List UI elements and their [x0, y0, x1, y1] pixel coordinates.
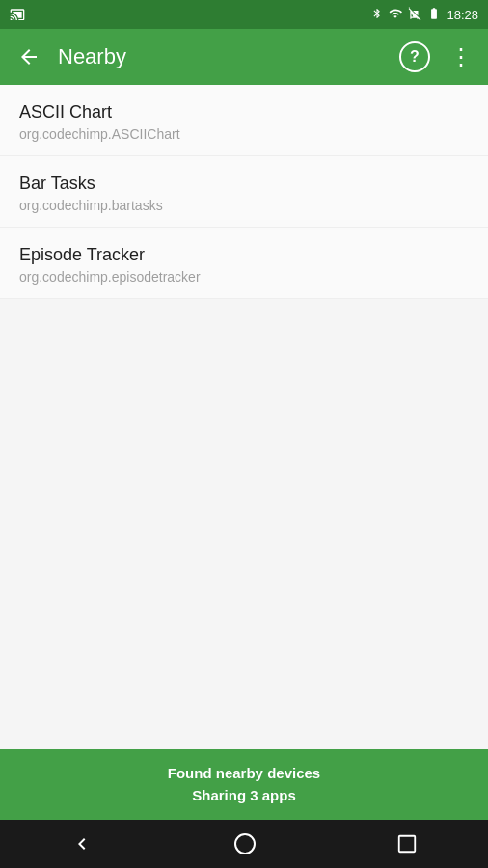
more-options-button[interactable]: ⋮	[442, 36, 478, 78]
app-name: Episode Tracker	[19, 245, 469, 265]
bottom-status-bar: Found nearby devices Sharing 3 apps	[0, 749, 488, 820]
more-icon: ⋮	[449, 43, 471, 70]
svg-point-0	[235, 834, 255, 854]
list-item[interactable]: ASCII Chart org.codechimp.ASCIIChart	[0, 85, 488, 156]
status-bar: 18:28	[0, 0, 488, 29]
list-item[interactable]: Episode Tracker org.codechimp.episodetra…	[0, 228, 488, 299]
app-bar-title: Nearby	[58, 44, 392, 69]
status-time: 18:28	[447, 8, 478, 22]
battery-icon	[426, 7, 442, 23]
help-icon-label: ?	[410, 48, 420, 66]
status-bar-left	[10, 7, 25, 23]
cast-icon	[10, 7, 25, 23]
svg-rect-1	[399, 836, 416, 853]
nav-recents-button[interactable]	[377, 826, 437, 862]
app-package: org.codechimp.episodetracker	[19, 269, 469, 285]
app-package: org.codechimp.ASCIIChart	[19, 126, 469, 142]
help-circle[interactable]: ?	[399, 41, 430, 72]
app-name: ASCII Chart	[19, 102, 469, 122]
nav-back-button[interactable]	[51, 825, 113, 863]
signal-icon	[408, 7, 421, 23]
list-item[interactable]: Bar Tasks org.codechimp.bartasks	[0, 156, 488, 228]
bottom-status-line2: Sharing 3 apps	[0, 785, 488, 807]
bottom-status-line1: Found nearby devices	[0, 763, 488, 785]
app-list: ASCII Chart org.codechimp.ASCIIChart Bar…	[0, 85, 488, 299]
wifi-icon	[388, 7, 403, 23]
nav-home-button[interactable]	[214, 825, 276, 863]
app-package: org.codechimp.bartasks	[19, 198, 469, 213]
help-button[interactable]: ?	[392, 34, 438, 80]
app-name: Bar Tasks	[19, 174, 469, 194]
bluetooth-icon	[371, 6, 383, 24]
back-button[interactable]	[10, 38, 48, 76]
status-bar-right: 18:28	[371, 6, 478, 24]
app-bar: Nearby ? ⋮	[0, 29, 488, 85]
app-bar-actions: ? ⋮	[392, 34, 478, 80]
nav-bar	[0, 820, 488, 868]
